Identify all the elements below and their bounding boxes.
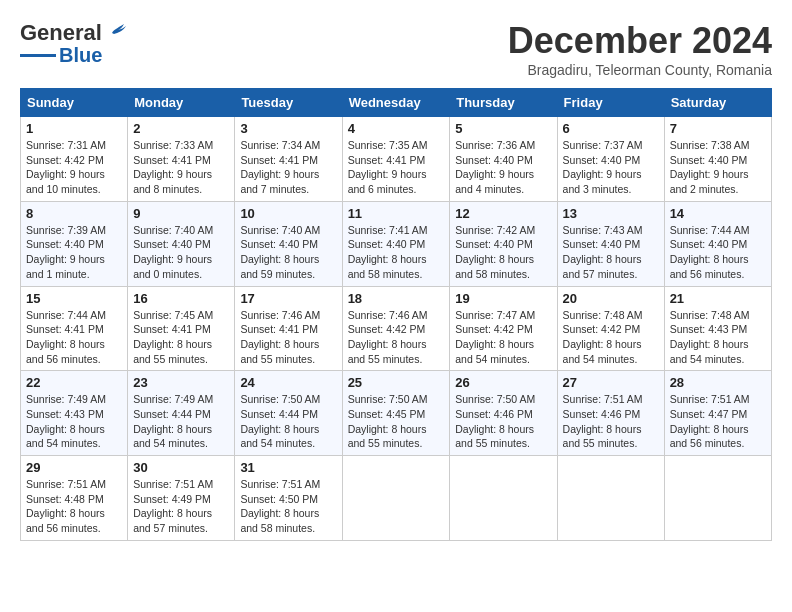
weekday-header: Wednesday xyxy=(342,89,450,117)
sunrise-label: Sunrise: 7:43 AM xyxy=(563,224,643,236)
day-info: Sunrise: 7:51 AM Sunset: 4:50 PM Dayligh… xyxy=(240,477,336,536)
day-number: 26 xyxy=(455,375,551,390)
sunset-label: Sunset: 4:41 PM xyxy=(133,323,211,335)
logo-general: General xyxy=(20,20,102,46)
calendar-cell: 10 Sunrise: 7:40 AM Sunset: 4:40 PM Dayl… xyxy=(235,201,342,286)
day-number: 12 xyxy=(455,206,551,221)
logo-blue-word: Blue xyxy=(59,44,102,67)
sunset-label: Sunset: 4:44 PM xyxy=(133,408,211,420)
sunrise-label: Sunrise: 7:36 AM xyxy=(455,139,535,151)
day-info: Sunrise: 7:38 AM Sunset: 4:40 PM Dayligh… xyxy=(670,138,766,197)
calendar-cell: 4 Sunrise: 7:35 AM Sunset: 4:41 PM Dayli… xyxy=(342,117,450,202)
sunrise-label: Sunrise: 7:47 AM xyxy=(455,309,535,321)
sunrise-label: Sunrise: 7:31 AM xyxy=(26,139,106,151)
sunset-label: Sunset: 4:40 PM xyxy=(240,238,318,250)
day-number: 13 xyxy=(563,206,659,221)
calendar-week-row: 1 Sunrise: 7:31 AM Sunset: 4:42 PM Dayli… xyxy=(21,117,772,202)
calendar-cell xyxy=(557,456,664,541)
calendar-cell: 11 Sunrise: 7:41 AM Sunset: 4:40 PM Dayl… xyxy=(342,201,450,286)
sunset-label: Sunset: 4:43 PM xyxy=(26,408,104,420)
sunrise-label: Sunrise: 7:37 AM xyxy=(563,139,643,151)
sunset-label: Sunset: 4:40 PM xyxy=(348,238,426,250)
day-number: 10 xyxy=(240,206,336,221)
daylight-label: Daylight: 8 hours and 56 minutes. xyxy=(670,423,749,450)
daylight-label: Daylight: 8 hours and 54 minutes. xyxy=(240,423,319,450)
sunset-label: Sunset: 4:40 PM xyxy=(133,238,211,250)
calendar-cell xyxy=(342,456,450,541)
day-number: 14 xyxy=(670,206,766,221)
sunset-label: Sunset: 4:42 PM xyxy=(348,323,426,335)
calendar-table: SundayMondayTuesdayWednesdayThursdayFrid… xyxy=(20,88,772,541)
sunrise-label: Sunrise: 7:39 AM xyxy=(26,224,106,236)
sunrise-label: Sunrise: 7:44 AM xyxy=(670,224,750,236)
calendar-cell: 29 Sunrise: 7:51 AM Sunset: 4:48 PM Dayl… xyxy=(21,456,128,541)
calendar-cell: 22 Sunrise: 7:49 AM Sunset: 4:43 PM Dayl… xyxy=(21,371,128,456)
day-info: Sunrise: 7:51 AM Sunset: 4:49 PM Dayligh… xyxy=(133,477,229,536)
calendar-cell: 2 Sunrise: 7:33 AM Sunset: 4:41 PM Dayli… xyxy=(128,117,235,202)
sunrise-label: Sunrise: 7:38 AM xyxy=(670,139,750,151)
sunrise-label: Sunrise: 7:41 AM xyxy=(348,224,428,236)
daylight-label: Daylight: 9 hours and 6 minutes. xyxy=(348,168,427,195)
calendar-cell: 1 Sunrise: 7:31 AM Sunset: 4:42 PM Dayli… xyxy=(21,117,128,202)
sunset-label: Sunset: 4:43 PM xyxy=(670,323,748,335)
calendar-cell: 8 Sunrise: 7:39 AM Sunset: 4:40 PM Dayli… xyxy=(21,201,128,286)
day-number: 6 xyxy=(563,121,659,136)
logo-top: General xyxy=(20,20,126,46)
daylight-label: Daylight: 8 hours and 54 minutes. xyxy=(670,338,749,365)
sunrise-label: Sunrise: 7:46 AM xyxy=(240,309,320,321)
sunrise-label: Sunrise: 7:50 AM xyxy=(348,393,428,405)
day-info: Sunrise: 7:49 AM Sunset: 4:43 PM Dayligh… xyxy=(26,392,122,451)
calendar-cell: 9 Sunrise: 7:40 AM Sunset: 4:40 PM Dayli… xyxy=(128,201,235,286)
daylight-label: Daylight: 8 hours and 55 minutes. xyxy=(133,338,212,365)
daylight-label: Daylight: 9 hours and 3 minutes. xyxy=(563,168,642,195)
daylight-label: Daylight: 8 hours and 55 minutes. xyxy=(455,423,534,450)
calendar-week-row: 15 Sunrise: 7:44 AM Sunset: 4:41 PM Dayl… xyxy=(21,286,772,371)
calendar-cell: 7 Sunrise: 7:38 AM Sunset: 4:40 PM Dayli… xyxy=(664,117,771,202)
day-info: Sunrise: 7:51 AM Sunset: 4:48 PM Dayligh… xyxy=(26,477,122,536)
sunset-label: Sunset: 4:40 PM xyxy=(670,238,748,250)
calendar-cell: 25 Sunrise: 7:50 AM Sunset: 4:45 PM Dayl… xyxy=(342,371,450,456)
day-number: 1 xyxy=(26,121,122,136)
sunset-label: Sunset: 4:40 PM xyxy=(26,238,104,250)
day-info: Sunrise: 7:37 AM Sunset: 4:40 PM Dayligh… xyxy=(563,138,659,197)
day-info: Sunrise: 7:44 AM Sunset: 4:41 PM Dayligh… xyxy=(26,308,122,367)
calendar-cell: 12 Sunrise: 7:42 AM Sunset: 4:40 PM Dayl… xyxy=(450,201,557,286)
daylight-label: Daylight: 8 hours and 58 minutes. xyxy=(455,253,534,280)
day-info: Sunrise: 7:50 AM Sunset: 4:46 PM Dayligh… xyxy=(455,392,551,451)
sunrise-label: Sunrise: 7:44 AM xyxy=(26,309,106,321)
day-number: 3 xyxy=(240,121,336,136)
location-text: Bragadiru, Teleorman County, Romania xyxy=(508,62,772,78)
calendar-cell: 18 Sunrise: 7:46 AM Sunset: 4:42 PM Dayl… xyxy=(342,286,450,371)
sunset-label: Sunset: 4:41 PM xyxy=(348,154,426,166)
calendar-cell: 26 Sunrise: 7:50 AM Sunset: 4:46 PM Dayl… xyxy=(450,371,557,456)
daylight-label: Daylight: 8 hours and 55 minutes. xyxy=(563,423,642,450)
calendar-cell: 31 Sunrise: 7:51 AM Sunset: 4:50 PM Dayl… xyxy=(235,456,342,541)
day-number: 7 xyxy=(670,121,766,136)
sunrise-label: Sunrise: 7:34 AM xyxy=(240,139,320,151)
day-info: Sunrise: 7:40 AM Sunset: 4:40 PM Dayligh… xyxy=(240,223,336,282)
daylight-label: Daylight: 9 hours and 4 minutes. xyxy=(455,168,534,195)
sunset-label: Sunset: 4:45 PM xyxy=(348,408,426,420)
daylight-label: Daylight: 9 hours and 0 minutes. xyxy=(133,253,212,280)
sunrise-label: Sunrise: 7:42 AM xyxy=(455,224,535,236)
calendar-cell: 3 Sunrise: 7:34 AM Sunset: 4:41 PM Dayli… xyxy=(235,117,342,202)
sunrise-label: Sunrise: 7:50 AM xyxy=(455,393,535,405)
sunrise-label: Sunrise: 7:46 AM xyxy=(348,309,428,321)
sunset-label: Sunset: 4:42 PM xyxy=(563,323,641,335)
day-info: Sunrise: 7:51 AM Sunset: 4:46 PM Dayligh… xyxy=(563,392,659,451)
day-number: 5 xyxy=(455,121,551,136)
day-info: Sunrise: 7:31 AM Sunset: 4:42 PM Dayligh… xyxy=(26,138,122,197)
day-info: Sunrise: 7:49 AM Sunset: 4:44 PM Dayligh… xyxy=(133,392,229,451)
daylight-label: Daylight: 8 hours and 57 minutes. xyxy=(133,507,212,534)
sunrise-label: Sunrise: 7:50 AM xyxy=(240,393,320,405)
calendar-cell: 19 Sunrise: 7:47 AM Sunset: 4:42 PM Dayl… xyxy=(450,286,557,371)
sunrise-label: Sunrise: 7:33 AM xyxy=(133,139,213,151)
sunset-label: Sunset: 4:41 PM xyxy=(240,154,318,166)
sunset-label: Sunset: 4:41 PM xyxy=(133,154,211,166)
calendar-cell xyxy=(450,456,557,541)
calendar-cell: 16 Sunrise: 7:45 AM Sunset: 4:41 PM Dayl… xyxy=(128,286,235,371)
daylight-label: Daylight: 8 hours and 56 minutes. xyxy=(26,507,105,534)
sunset-label: Sunset: 4:42 PM xyxy=(455,323,533,335)
sunset-label: Sunset: 4:49 PM xyxy=(133,493,211,505)
calendar-week-row: 8 Sunrise: 7:39 AM Sunset: 4:40 PM Dayli… xyxy=(21,201,772,286)
